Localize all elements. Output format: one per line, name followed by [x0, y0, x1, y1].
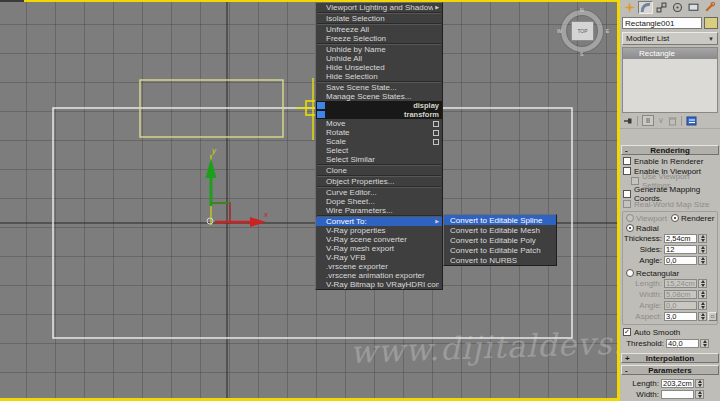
menu-item-viewport-lighting[interactable]: Viewport Lighting and Shadows▶	[316, 3, 442, 12]
configure-modifier-sets-icon[interactable]	[686, 116, 697, 126]
menu-item-dope-sheet[interactable]: Dope Sheet...	[316, 197, 442, 206]
sides-spinner[interactable]	[698, 245, 707, 254]
quad-header-transform[interactable]: transform	[316, 110, 442, 119]
auto-smooth-checkbox[interactable]: ✓Auto Smooth	[620, 327, 720, 337]
viewport-top[interactable]: y x N E S W TOP www.dijitaldevs.com	[0, 0, 620, 401]
rect-angle-spinner[interactable]	[698, 301, 707, 310]
thickness-spinner[interactable]	[698, 234, 707, 243]
modify-tab-icon[interactable]	[638, 1, 653, 14]
aspect-lock-icon[interactable]: □	[708, 312, 717, 321]
viewport-corner	[0, 0, 24, 2]
quad-handle-icon	[317, 102, 325, 109]
rect-width-spinner[interactable]	[698, 290, 707, 299]
viewport-radio[interactable]	[626, 214, 634, 222]
angle-spinner[interactable]	[698, 256, 707, 265]
rect-angle-field[interactable]: 0,0	[664, 301, 697, 310]
thickness-field[interactable]: 2,54cm	[664, 234, 697, 243]
menu-item-isolate-selection[interactable]: Isolate Selection	[316, 14, 442, 23]
menu-item-hide-selection[interactable]: Hide Selection	[316, 72, 442, 81]
viewcube-west[interactable]: W	[557, 28, 562, 34]
menu-item-clone[interactable]: Clone	[316, 166, 442, 175]
rect-width-row: Width: 5,08cm	[623, 289, 717, 300]
angle-field[interactable]: 0,0	[664, 256, 697, 265]
menu-item-move[interactable]: Move	[316, 119, 442, 128]
menu-item-wire-parameters[interactable]: Wire Parameters...	[316, 206, 442, 215]
menu-item-vray-scene-converter[interactable]: V-Ray scene converter	[316, 235, 442, 244]
object-name-field[interactable]: Rectangle001	[622, 17, 702, 29]
param-length-spinner[interactable]	[695, 379, 704, 388]
menu-item-scale[interactable]: Scale	[316, 137, 442, 146]
renderer-radio[interactable]	[671, 214, 679, 222]
object-color-swatch[interactable]	[704, 17, 718, 29]
menu-item-rotate[interactable]: Rotate	[316, 128, 442, 137]
menu-item-vrscene-animation-exporter[interactable]: .vrscene animation exporter	[316, 271, 442, 280]
param-width-field[interactable]	[661, 390, 694, 399]
rectangular-radio[interactable]	[626, 269, 634, 277]
viewcube-top-face[interactable]: TOP	[571, 21, 594, 41]
create-tab-icon[interactable]	[622, 1, 637, 14]
show-end-result-icon[interactable]: II	[642, 115, 654, 126]
real-world-map-size-checkbox[interactable]: Real-World Map Size	[620, 199, 720, 209]
modifier-stack[interactable]: Rectangle	[622, 47, 718, 113]
menu-item-vray-bitmap-converter[interactable]: V-Ray Bitmap to VRayHDRI converter	[316, 280, 442, 289]
menu-item-vray-properties[interactable]: V-Ray properties	[316, 226, 442, 235]
rect-width-field[interactable]: 5,08cm	[664, 290, 697, 299]
gizmo-xy-plane[interactable]	[211, 203, 230, 222]
menu-item-vray-mesh-export[interactable]: V-Ray mesh export	[316, 244, 442, 253]
context-menu: Viewport Lighting and Shadows▶ Isolate S…	[315, 2, 443, 290]
collapse-minus-icon: -	[625, 366, 628, 375]
menu-item-freeze-selection[interactable]: Freeze Selection	[316, 34, 442, 43]
modifier-list-dropdown[interactable]: Modifier List ▼	[622, 32, 718, 45]
menu-item-unhide-all[interactable]: Unhide All	[316, 54, 442, 63]
rect-length-spinner[interactable]	[698, 279, 707, 288]
radial-radio[interactable]	[626, 224, 634, 232]
parameters-rollout-header[interactable]: - Parameters	[621, 365, 719, 375]
menu-item-save-scene-state[interactable]: Save Scene State...	[316, 83, 442, 92]
viewcube[interactable]: N E S W TOP	[559, 8, 607, 56]
menu-item-manage-scene-states[interactable]: Manage Scene States...	[316, 92, 442, 101]
menu-item-convert-to[interactable]: Convert To:▶	[316, 217, 442, 226]
quad-header-display[interactable]: display	[316, 101, 442, 110]
param-length-field[interactable]: 203,2cm	[661, 379, 694, 388]
sides-field[interactable]: 12	[664, 245, 697, 254]
interpolation-rollout-header[interactable]: + Interpolation	[621, 353, 719, 363]
settings-box-icon[interactable]	[433, 130, 439, 136]
utilities-tab-icon[interactable]	[702, 1, 717, 14]
viewcube-east[interactable]: E	[606, 28, 609, 34]
menu-item-vray-vfb[interactable]: V-Ray VFB	[316, 253, 442, 262]
hierarchy-tab-icon[interactable]	[654, 1, 669, 14]
menu-item-select-similar[interactable]: Select Similar	[316, 155, 442, 164]
remove-modifier-icon[interactable]	[668, 116, 677, 126]
menu-item-curve-editor[interactable]: Curve Editor...	[316, 188, 442, 197]
viewcube-south[interactable]: S	[580, 51, 583, 57]
menu-item-object-properties[interactable]: Object Properties...	[316, 177, 442, 186]
submenu-item-editable-patch[interactable]: Convert to Editable Patch	[444, 245, 556, 255]
generate-mapping-coords-checkbox[interactable]: Generate Mapping Coords.	[620, 189, 720, 199]
menu-item-vrscene-exporter[interactable]: .vrscene exporter	[316, 262, 442, 271]
viewcube-north[interactable]: N	[580, 7, 584, 13]
pin-stack-icon[interactable]	[623, 116, 633, 126]
menu-item-unfreeze-all[interactable]: Unfreeze All	[316, 25, 442, 34]
settings-box-icon[interactable]	[433, 121, 439, 127]
aspect-field[interactable]: 3,0	[664, 312, 697, 321]
menu-item-select[interactable]: Select	[316, 146, 442, 155]
rect-length-field[interactable]: 15,24cm	[664, 279, 697, 288]
stack-item-rectangle[interactable]: Rectangle	[623, 48, 717, 59]
menu-item-unhide-by-name[interactable]: Unhide by Name	[316, 45, 442, 54]
settings-box-icon[interactable]	[433, 139, 439, 145]
aspect-spinner[interactable]	[698, 312, 707, 321]
submenu-item-editable-poly[interactable]: Convert to Editable Poly	[444, 235, 556, 245]
threshold-field[interactable]: 40,0	[666, 339, 699, 348]
submenu-item-editable-spline[interactable]: Convert to Editable Spline	[444, 215, 556, 225]
param-width-spinner[interactable]	[695, 390, 704, 399]
motion-tab-icon[interactable]	[670, 1, 685, 14]
gizmo-y-arrowhead[interactable]	[206, 158, 217, 178]
submenu-item-nurbs[interactable]: Convert to NURBS	[444, 255, 556, 265]
submenu-item-editable-mesh[interactable]: Convert to Editable Mesh	[444, 225, 556, 235]
enable-in-renderer-checkbox[interactable]: Enable In Renderer	[620, 156, 720, 166]
threshold-spinner[interactable]	[700, 339, 709, 348]
make-unique-icon[interactable]: ∨	[658, 116, 664, 125]
rendering-rollout-header[interactable]: - Rendering	[621, 145, 719, 155]
display-tab-icon[interactable]	[686, 1, 701, 14]
menu-item-hide-unselected[interactable]: Hide Unselected	[316, 63, 442, 72]
